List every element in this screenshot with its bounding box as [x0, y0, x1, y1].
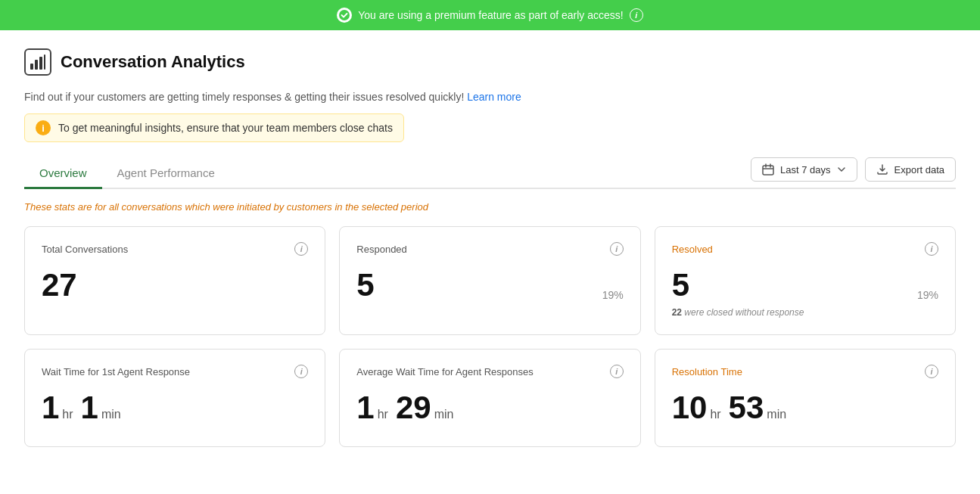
closed-without-response-num: 22 — [672, 307, 682, 318]
wait-1st-value-row: 1 hr 1 min — [42, 392, 308, 424]
closed-without-response-label: were closed without response — [684, 307, 804, 318]
resolution-hours: 10 — [672, 392, 708, 424]
card-total-conversations: Total Conversations i 27 — [24, 226, 325, 335]
svg-point-0 — [339, 10, 350, 20]
chevron-down-icon — [837, 165, 846, 174]
avg-wait-minutes: 29 — [396, 392, 431, 424]
resolution-minutes: 53 — [729, 392, 764, 424]
responded-value: 5 — [356, 269, 374, 301]
info-notice: i To get meaningful insights, ensure tha… — [24, 113, 404, 142]
tab-overview[interactable]: Overview — [24, 159, 102, 189]
svg-rect-3 — [39, 57, 42, 70]
date-range-button[interactable]: Last 7 days — [751, 157, 857, 182]
notice-icon: i — [36, 120, 51, 135]
export-icon — [876, 163, 888, 176]
card-value-row: 27 — [42, 269, 308, 301]
avg-wait-hours: 1 — [356, 392, 374, 424]
card-header: Resolved i — [672, 242, 938, 256]
resolution-hr-label: hr — [710, 408, 720, 421]
info-icon-total[interactable]: i — [294, 242, 308, 256]
export-label: Export data — [894, 164, 945, 176]
card-wait-time-1st: Wait Time for 1st Agent Response i 1 hr … — [24, 349, 325, 447]
svg-rect-2 — [35, 60, 38, 70]
card-responded: Responded i 5 19% — [339, 226, 640, 335]
banner-info-icon[interactable]: i — [630, 8, 643, 22]
card-title-resolved: Resolved — [672, 244, 713, 255]
info-icon-responded[interactable]: i — [610, 242, 624, 256]
calendar-icon — [762, 163, 774, 176]
card-resolved: Resolved i 5 19% 22 were closed without … — [655, 226, 956, 335]
info-icon-wait-1st[interactable]: i — [294, 365, 308, 378]
card-value-row: 5 19% — [672, 269, 938, 301]
card-header: Average Wait Time for Agent Responses i — [356, 365, 623, 378]
card-resolution-time: Resolution Time i 10 hr 53 min — [655, 349, 956, 447]
card-value-row: 5 19% — [356, 269, 623, 301]
tabs: Overview Agent Performance — [24, 159, 230, 188]
bottom-cards-grid: Wait Time for 1st Agent Response i 1 hr … — [24, 349, 956, 447]
top-cards-grid: Total Conversations i 27 Responded i 5 1… — [24, 226, 956, 335]
card-title-total: Total Conversations — [42, 244, 128, 255]
card-header: Wait Time for 1st Agent Response i — [42, 365, 308, 378]
card-title-responded: Responded — [356, 244, 407, 255]
wait-1st-minutes: 1 — [81, 392, 98, 424]
banner-check-icon — [337, 8, 352, 23]
card-header: Responded i — [356, 242, 623, 256]
stats-note: These stats are for all conversations wh… — [24, 201, 956, 213]
info-icon-resolved[interactable]: i — [925, 242, 938, 256]
wait-1st-hr-label: hr — [62, 408, 73, 421]
avg-wait-value-row: 1 hr 29 min — [356, 392, 623, 424]
resolved-value: 5 — [672, 269, 689, 301]
tabs-row: Overview Agent Performance Last 7 days — [24, 157, 956, 189]
notice-text: To get meaningful insights, ensure that … — [58, 122, 393, 134]
tab-agent-performance[interactable]: Agent Performance — [102, 159, 230, 189]
banner-text: You are using a premium feature as part … — [358, 9, 623, 21]
svg-rect-1 — [30, 64, 33, 70]
card-header: Total Conversations i — [42, 242, 308, 256]
resolution-min-label: min — [767, 408, 786, 421]
resolution-value-row: 10 hr 53 min — [672, 392, 938, 424]
svg-rect-4 — [44, 54, 45, 70]
page-title: Conversation Analytics — [61, 52, 245, 72]
responded-percent: 19% — [602, 289, 624, 301]
avg-wait-min-label: min — [434, 408, 454, 421]
main-content: Conversation Analytics Find out if your … — [0, 30, 980, 465]
date-range-label: Last 7 days — [780, 164, 831, 176]
svg-rect-5 — [763, 166, 773, 175]
wait-1st-hours: 1 — [42, 392, 59, 424]
controls: Last 7 days Export data — [751, 157, 956, 188]
resolved-subtext: 22 were closed without response — [672, 307, 938, 318]
avg-wait-hr-label: hr — [378, 408, 388, 421]
card-title-wait-1st: Wait Time for 1st Agent Response — [42, 366, 190, 377]
page-description: Find out if your customers are getting t… — [24, 91, 956, 103]
card-avg-wait-time: Average Wait Time for Agent Responses i … — [339, 349, 640, 447]
wait-1st-min-label: min — [101, 408, 121, 421]
page-header: Conversation Analytics — [24, 48, 956, 76]
info-icon-avg-wait[interactable]: i — [610, 365, 624, 378]
card-header: Resolution Time i — [672, 365, 938, 378]
analytics-icon — [24, 48, 51, 76]
card-title-avg-wait: Average Wait Time for Agent Responses — [356, 366, 533, 377]
resolved-percent: 19% — [917, 289, 938, 301]
premium-banner: You are using a premium feature as part … — [0, 0, 980, 30]
info-icon-resolution[interactable]: i — [925, 365, 938, 378]
export-data-button[interactable]: Export data — [865, 157, 957, 182]
learn-more-link[interactable]: Learn more — [467, 91, 521, 103]
card-title-resolution: Resolution Time — [672, 366, 742, 377]
total-conversations-value: 27 — [42, 269, 77, 301]
